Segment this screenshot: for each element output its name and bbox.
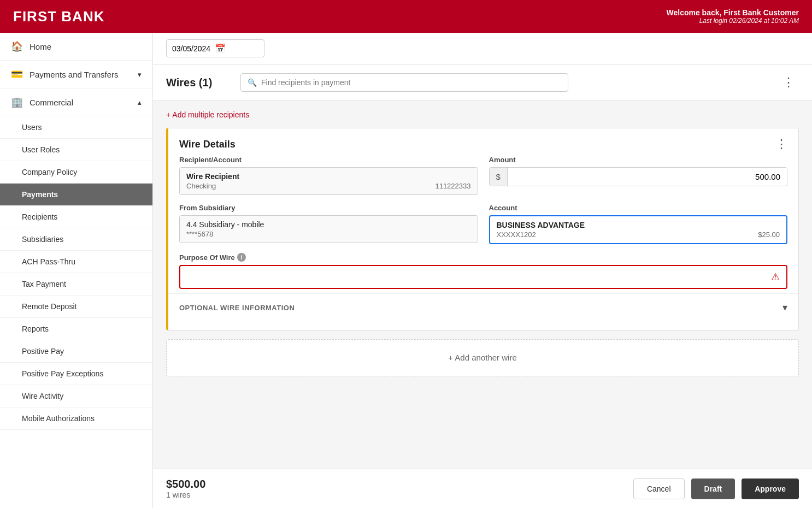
sidebar-item-payments[interactable]: Payments <box>0 184 152 206</box>
optional-label: OPTIONAL WIRE INFORMATION <box>179 304 295 312</box>
calendar-icon: 📅 <box>215 43 226 54</box>
building-icon: 🏢 <box>11 96 23 108</box>
chevron-down-icon: ▾ <box>782 302 787 314</box>
sidebar-item-payments-transfers[interactable]: 💳 Payments and Transfers ▾ <box>0 61 152 88</box>
sidebar-reports-label: Reports <box>22 324 49 333</box>
purpose-input[interactable] <box>187 273 771 281</box>
sidebar-item-tax-payment[interactable]: Tax Payment <box>0 273 152 296</box>
info-icon[interactable]: i <box>237 253 246 262</box>
amount-field: $ <box>489 167 788 186</box>
form-group-amount: Amount $ <box>489 156 788 195</box>
sidebar-item-home[interactable]: 🏠 Home <box>0 33 152 61</box>
sidebar-item-reports[interactable]: Reports <box>0 318 152 340</box>
add-wire-section[interactable]: + Add another wire <box>166 339 799 376</box>
recipient-sub: Checking 111222333 <box>186 182 471 190</box>
sidebar-mobile-auth-label: Mobile Authorizations <box>22 414 95 423</box>
recipient-account: 111222333 <box>435 182 470 190</box>
wire-card-header: Wire Details ⋮ <box>168 128 798 156</box>
add-wire-label: + Add another wire <box>448 353 517 362</box>
from-subsidiary-label: From Subsidiary <box>179 204 478 212</box>
sidebar-item-mobile-auth[interactable]: Mobile Authorizations <box>0 407 152 430</box>
sidebar-payments-transfers-label: Payments and Transfers <box>30 70 119 79</box>
welcome-text: Welcome back, First Bank Customer <box>667 8 799 17</box>
sidebar-recipients-label: Recipients <box>22 212 57 221</box>
subsidiary-name: 4.4 Subsidiary - mobile <box>186 220 471 229</box>
sidebar-remote-deposit-label: Remote Deposit <box>22 302 77 311</box>
app-body: 🏠 Home 💳 Payments and Transfers ▾ 🏢 Comm… <box>0 33 812 508</box>
subsidiary-field[interactable]: 4.4 Subsidiary - mobile ****5678 <box>179 215 478 243</box>
main-content: 03/05/2024 📅 Wires (1) 🔍 ⋮ + Add multipl… <box>153 33 812 508</box>
sidebar-home-label: Home <box>30 42 51 51</box>
search-input[interactable] <box>261 78 561 87</box>
date-input-wrapper[interactable]: 03/05/2024 📅 <box>166 39 264 57</box>
footer-wire-count: 1 wires <box>166 491 205 499</box>
sidebar-tax-label: Tax Payment <box>22 280 66 288</box>
last-login-text: Last login 02/26/2024 at 10:02 AM <box>667 17 799 25</box>
app-header: FIRST BANK Welcome back, First Bank Cust… <box>0 0 812 33</box>
wires-menu-button[interactable]: ⋮ <box>778 73 799 92</box>
sidebar-item-subsidiaries[interactable]: Subsidiaries <box>0 228 152 251</box>
account-balance: $25.00 <box>758 231 780 239</box>
draft-button[interactable]: Draft <box>691 479 735 499</box>
search-icon: 🔍 <box>248 78 257 87</box>
sidebar: 🏠 Home 💳 Payments and Transfers ▾ 🏢 Comm… <box>0 33 153 508</box>
wire-card-menu-button[interactable]: ⋮ <box>775 137 787 151</box>
footer-total: $500.00 1 wires <box>166 478 205 499</box>
currency-symbol: $ <box>490 168 508 186</box>
sidebar-item-positive-pay[interactable]: Positive Pay <box>0 340 152 363</box>
footer-buttons: Cancel Draft Approve <box>633 479 799 499</box>
chevron-up-icon: ▴ <box>138 98 142 107</box>
sidebar-wire-activity-label: Wire Activity <box>22 392 63 400</box>
sidebar-item-wire-activity[interactable]: Wire Activity <box>0 385 152 407</box>
home-icon: 🏠 <box>11 40 23 52</box>
sidebar-item-commercial[interactable]: 🏢 Commercial ▴ <box>0 88 152 116</box>
form-group-account: Account BUSINESS ADVANTAGE XXXXX1202 $25… <box>489 204 788 244</box>
sidebar-company-policy-label: Company Policy <box>22 168 77 176</box>
sidebar-item-recipients[interactable]: Recipients <box>0 206 152 228</box>
user-info: Welcome back, First Bank Customer Last l… <box>667 8 799 25</box>
sidebar-ach-label: ACH Pass-Thru <box>22 257 75 266</box>
warning-icon: ⚠ <box>771 271 780 283</box>
sidebar-commercial-label: Commercial <box>30 98 73 107</box>
sidebar-payments-label: Payments <box>22 190 58 199</box>
add-recipients-link[interactable]: + Add multiple recipients <box>166 110 249 119</box>
purpose-label: Purpose Of Wire i <box>179 253 787 262</box>
optional-wire-section[interactable]: OPTIONAL WIRE INFORMATION ▾ <box>168 293 798 321</box>
recipient-label: Recipient/Account <box>179 156 478 164</box>
wires-header: Wires (1) 🔍 ⋮ <box>153 64 812 101</box>
form-group-purpose: Purpose Of Wire i ⚠ <box>179 253 787 289</box>
recipient-name: Wire Recipient <box>186 172 471 181</box>
account-number: XXXXX1202 <box>497 231 536 239</box>
recipient-field[interactable]: Wire Recipient Checking 111222333 <box>179 167 478 195</box>
cancel-button[interactable]: Cancel <box>633 479 685 499</box>
date-value: 03/05/2024 <box>172 44 210 53</box>
app-logo: FIRST BANK <box>13 8 104 25</box>
form-group-recipient: Recipient/Account Wire Recipient Checkin… <box>179 156 478 195</box>
sidebar-item-user-roles[interactable]: User Roles <box>0 139 152 161</box>
sidebar-positive-pay-label: Positive Pay <box>22 347 64 356</box>
sidebar-user-roles-label: User Roles <box>22 145 60 154</box>
subsidiary-account: ****5678 <box>186 230 471 238</box>
chevron-down-icon: ▾ <box>138 70 142 79</box>
top-bar: 03/05/2024 📅 <box>153 33 812 64</box>
search-box[interactable]: 🔍 <box>240 73 568 92</box>
approve-button[interactable]: Approve <box>742 479 799 499</box>
footer-bar: $500.00 1 wires Cancel Draft Approve <box>153 469 812 508</box>
recipient-type: Checking <box>186 182 216 190</box>
amount-input[interactable] <box>508 168 787 186</box>
sidebar-item-positive-pay-exceptions[interactable]: Positive Pay Exceptions <box>0 363 152 385</box>
sidebar-subsidiaries-label: Subsidiaries <box>22 235 63 244</box>
sidebar-item-remote-deposit[interactable]: Remote Deposit <box>0 296 152 318</box>
sidebar-item-company-policy[interactable]: Company Policy <box>0 161 152 184</box>
wire-card: Wire Details ⋮ Recipient/Account Wire Re… <box>166 128 799 330</box>
form-row-subsidiary-account: From Subsidiary 4.4 Subsidiary - mobile … <box>179 204 787 244</box>
account-name: BUSINESS ADVANTAGE <box>497 221 780 229</box>
purpose-field: ⚠ <box>179 265 787 289</box>
wire-card-title: Wire Details <box>179 139 236 150</box>
sidebar-item-users[interactable]: Users <box>0 116 152 139</box>
form-row-recipient-amount: Recipient/Account Wire Recipient Checkin… <box>179 156 787 195</box>
sidebar-item-ach-pass-thru[interactable]: ACH Pass-Thru <box>0 251 152 273</box>
wires-title: Wires (1) <box>166 76 232 89</box>
form-group-subsidiary: From Subsidiary 4.4 Subsidiary - mobile … <box>179 204 478 244</box>
account-field[interactable]: BUSINESS ADVANTAGE XXXXX1202 $25.00 <box>489 215 788 244</box>
